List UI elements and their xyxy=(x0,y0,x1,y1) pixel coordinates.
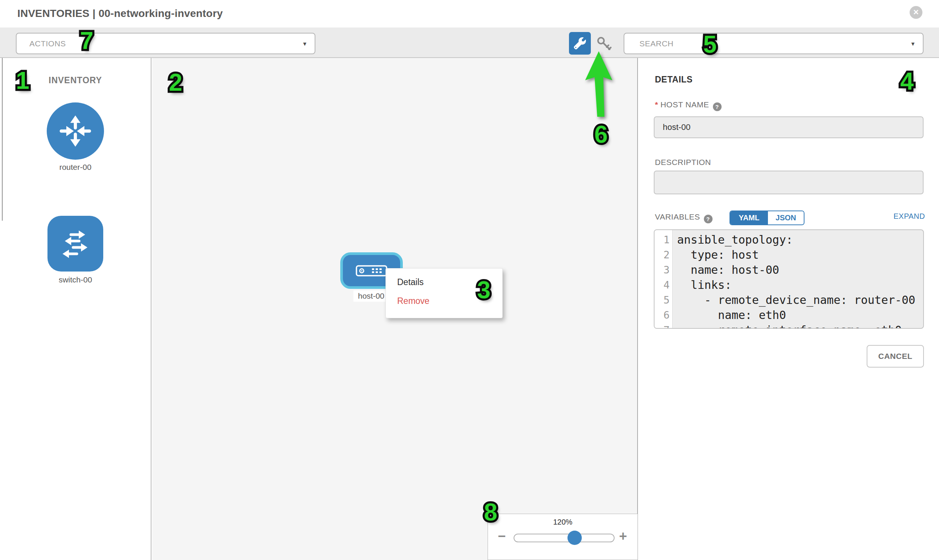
line-text: - remote_device_name: router-00 xyxy=(677,292,915,308)
actions-dropdown-label: ACTIONS xyxy=(29,39,66,48)
expand-link[interactable]: EXPAND xyxy=(893,212,925,221)
help-icon[interactable]: ? xyxy=(704,215,712,223)
sidebar-item-label: router-00 xyxy=(0,163,151,172)
variables-label: VARIABLES? xyxy=(655,212,712,223)
line-number: 3 xyxy=(655,263,669,278)
description-field[interactable] xyxy=(654,171,924,194)
menu-item-details[interactable]: Details xyxy=(386,273,502,291)
editor-lines: 1ansible_topology: 2 type: host 3 name: … xyxy=(655,232,923,329)
menu-item-remove[interactable]: Remove xyxy=(386,291,502,310)
topology-canvas[interactable]: host-00 Details Remove 120% − + xyxy=(152,58,638,560)
toolbar: ACTIONS ▾ SEARCH ▾ xyxy=(0,28,939,58)
line-number: 5 xyxy=(655,292,669,308)
code-line: 6 name: eth0 xyxy=(655,308,923,323)
line-number: 7 xyxy=(655,323,669,329)
host-name-label: *HOST NAME? xyxy=(655,100,722,111)
inventory-sidebar: INVENTORY router-00 xyxy=(0,58,151,560)
zoom-slider-thumb[interactable] xyxy=(567,531,582,545)
code-line: 4 links: xyxy=(655,278,923,292)
sidebar-item-label: switch-00 xyxy=(0,275,151,284)
sidebar-item-router-00[interactable] xyxy=(47,102,104,160)
host-node-label: host-00 xyxy=(353,290,389,302)
zoom-level-readout: 120% xyxy=(488,518,638,526)
server-icon xyxy=(356,265,387,277)
toggle-json[interactable]: JSON xyxy=(768,211,804,225)
code-line: 3 name: host-00 xyxy=(655,263,923,278)
cancel-button[interactable]: CANCEL xyxy=(867,345,924,368)
wrench-icon xyxy=(574,37,586,49)
line-number: 6 xyxy=(655,308,669,323)
line-text: remote_interface_name: eth0 xyxy=(677,323,902,329)
inventory-title: INVENTORY xyxy=(0,75,151,86)
chevron-down-icon: ▾ xyxy=(303,40,306,48)
tools-button[interactable] xyxy=(569,32,591,55)
zoom-control-panel: 120% − + xyxy=(487,514,638,560)
host-name-label-text: HOST NAME xyxy=(660,100,709,109)
variables-code-editor[interactable]: 1ansible_topology: 2 type: host 3 name: … xyxy=(654,229,924,329)
details-heading: DETAILS xyxy=(655,75,692,85)
chevron-down-icon: ▾ xyxy=(911,40,914,48)
code-line: 7 remote_interface_name: eth0 xyxy=(655,323,923,329)
line-number: 4 xyxy=(655,278,669,292)
line-text: name: eth0 xyxy=(677,308,786,323)
code-line: 1ansible_topology: xyxy=(655,232,923,248)
host-name-field[interactable]: host-00 xyxy=(654,116,924,138)
line-text: name: host-00 xyxy=(677,263,779,278)
description-label: DESCRIPTION xyxy=(655,158,711,167)
line-text: ansible_topology: xyxy=(677,232,793,248)
sidebar-item-switch-00[interactable] xyxy=(48,216,103,272)
zoom-out-button[interactable]: − xyxy=(498,528,506,544)
inventory-topology-app: INVENTORIES | 00-networking-inventory ✕ … xyxy=(0,0,939,560)
switch-icon xyxy=(57,225,94,263)
required-asterisk: * xyxy=(655,100,658,109)
zoom-in-button[interactable]: + xyxy=(619,528,627,544)
format-toggle: YAML JSON xyxy=(729,211,805,225)
router-icon xyxy=(56,111,95,151)
actions-dropdown[interactable]: ACTIONS ▾ xyxy=(16,33,315,54)
variables-label-text: VARIABLES xyxy=(655,212,700,221)
line-number: 2 xyxy=(655,248,669,263)
zoom-slider-track[interactable] xyxy=(513,534,615,542)
help-icon[interactable]: ? xyxy=(713,102,722,111)
key-icon xyxy=(595,35,614,53)
search-dropdown[interactable]: SEARCH ▾ xyxy=(624,33,924,54)
context-menu: Details Remove xyxy=(385,268,503,318)
close-icon[interactable]: ✕ xyxy=(910,6,922,19)
toggle-yaml[interactable]: YAML xyxy=(730,211,768,225)
line-text: links: xyxy=(677,278,732,292)
line-text: type: host xyxy=(677,248,759,263)
code-line: 2 type: host xyxy=(655,248,923,263)
line-number: 1 xyxy=(655,232,669,248)
page-title: INVENTORIES | 00-networking-inventory xyxy=(17,8,223,20)
code-line: 5 - remote_device_name: router-00 xyxy=(655,292,923,308)
credentials-button[interactable] xyxy=(595,34,614,54)
header-bar: INVENTORIES | 00-networking-inventory ✕ xyxy=(0,0,939,28)
details-panel: DETAILS *HOST NAME? host-00 DESCRIPTION … xyxy=(639,58,939,560)
search-label: SEARCH xyxy=(640,39,674,48)
